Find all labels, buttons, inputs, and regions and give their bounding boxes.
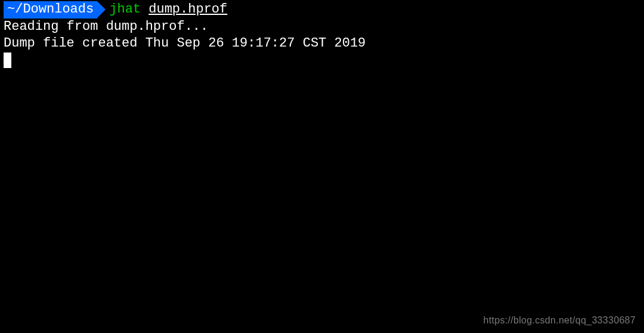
cursor-line xyxy=(4,53,640,70)
command-space xyxy=(141,1,148,18)
prompt-line[interactable]: ~/Downloads jhat dump.hprof xyxy=(4,1,640,18)
command-argument: dump.hprof xyxy=(148,1,227,18)
command-name: jhat xyxy=(109,1,141,18)
terminal-cursor xyxy=(4,53,11,68)
prompt-arrow-icon xyxy=(97,1,106,18)
prompt-path: ~/Downloads xyxy=(4,1,97,18)
watermark: https://blog.csdn.net/qq_33330687 xyxy=(484,314,636,327)
output-line-2: Dump file created Thu Sep 26 19:17:27 CS… xyxy=(4,35,640,53)
output-line-1: Reading from dump.hprof... xyxy=(4,18,640,36)
